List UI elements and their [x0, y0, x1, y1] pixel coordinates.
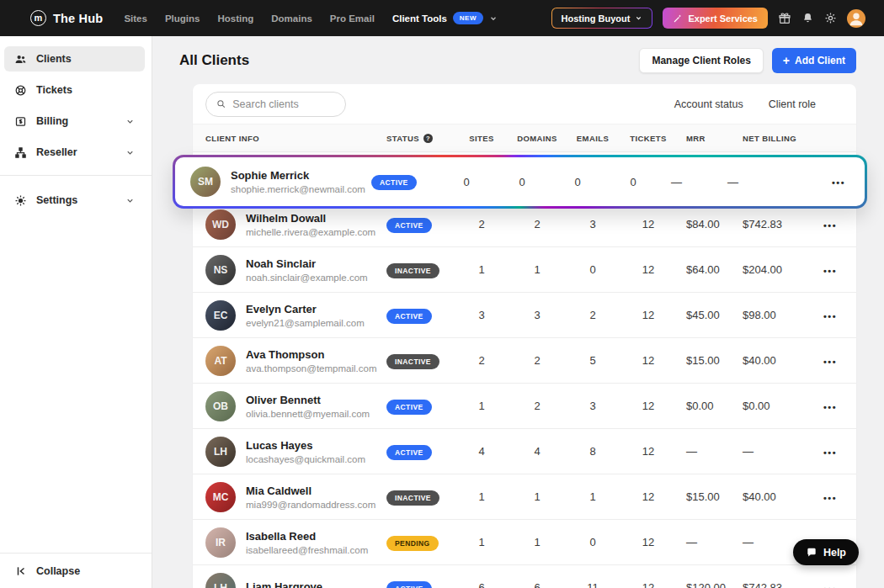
- status-badge: ACTIVE: [371, 175, 417, 190]
- table-row[interactable]: OB Oliver Bennett olivia.bennett@myemail…: [193, 384, 856, 429]
- client-name: Evelyn Carter: [246, 303, 365, 315]
- bell-icon[interactable]: [801, 12, 814, 24]
- hosting-buyout-button[interactable]: Hosting Buyout: [551, 8, 653, 29]
- user-avatar[interactable]: [847, 9, 865, 28]
- emails-count: 11: [565, 581, 620, 588]
- client-email: evelyn21@samplemail.com: [246, 318, 365, 328]
- nav-plugins[interactable]: Plugins: [165, 13, 200, 24]
- mrr-value: $84.00: [676, 218, 730, 230]
- client-avatar: MC: [205, 482, 236, 512]
- sites-count: 3: [454, 309, 509, 321]
- help-button[interactable]: Help: [793, 539, 859, 565]
- hub-logo[interactable]: m The Hub: [30, 10, 103, 26]
- table-row[interactable]: IR Isabella Reed isabellareed@freshmail.…: [193, 520, 856, 565]
- status-badge: INACTIVE: [386, 263, 439, 278]
- sidebar-item-settings[interactable]: Settings: [4, 188, 145, 213]
- table-header: CLIENT INFO STATUS ? SITES DOMAINS EMAIL…: [193, 124, 856, 152]
- net-billing-value: $742.83: [730, 218, 804, 230]
- chevron-down-icon: [125, 196, 135, 205]
- tickets-count: 12: [620, 400, 676, 412]
- collapse-icon: [15, 565, 27, 577]
- row-menu-button[interactable]: •••: [823, 448, 837, 458]
- status-badge: ACTIVE: [386, 309, 432, 324]
- chevron-down-icon: [635, 14, 642, 22]
- row-menu-button[interactable]: •••: [823, 266, 837, 276]
- column-client-info[interactable]: CLIENT INFO: [205, 134, 386, 143]
- table-row[interactable]: LH Lucas Hayes locashayes@quickmail.com …: [193, 429, 856, 474]
- net-billing-value: $98.00: [730, 309, 804, 321]
- net-billing-value: —: [715, 176, 789, 188]
- row-menu-button[interactable]: •••: [823, 402, 837, 412]
- sites-count: 1: [454, 400, 509, 412]
- tickets-count: 0: [605, 176, 661, 188]
- client-name: Mia Caldwell: [246, 485, 375, 497]
- column-emails[interactable]: EMAILS: [565, 134, 620, 143]
- sidebar-divider: [0, 175, 152, 176]
- client-avatar: LH: [205, 437, 236, 467]
- client-email: ava.thompson@tempmail.com: [246, 363, 377, 373]
- table-row-highlighted[interactable]: SM Sophie Merrick shophie.merrick@newmai…: [173, 155, 867, 209]
- header-actions: Manage Client Roles + Add Client: [639, 48, 856, 73]
- client-email: mia999@randomaddress.com: [246, 500, 375, 510]
- chevron-down-icon: [125, 148, 135, 157]
- search-input[interactable]: [232, 98, 335, 110]
- client-avatar: AT: [205, 346, 236, 376]
- table-row[interactable]: WD Wilhelm Dowall michelle.rivera@exampl…: [193, 202, 856, 247]
- column-sites[interactable]: SITES: [454, 134, 509, 143]
- column-mrr[interactable]: MRR: [676, 134, 730, 143]
- gear-icon[interactable]: [824, 12, 837, 24]
- sidebar-item-tickets[interactable]: Tickets: [4, 77, 145, 103]
- chevron-down-icon: [489, 14, 498, 23]
- nav-sites[interactable]: Sites: [124, 13, 147, 24]
- table-toolbar: Account status Client role: [193, 84, 856, 124]
- nav-domains[interactable]: Domains: [271, 13, 312, 24]
- nav-pro-email[interactable]: Pro Email: [330, 13, 375, 24]
- nav-hosting[interactable]: Hosting: [217, 13, 253, 24]
- net-billing-value: $40.00: [730, 354, 804, 367]
- search-clients-field[interactable]: [205, 92, 346, 117]
- row-menu-button[interactable]: •••: [823, 311, 837, 321]
- search-icon: [216, 98, 226, 109]
- client-avatar: WD: [205, 209, 236, 240]
- table-row[interactable]: LH Liam Hargrove ACTIVE 6 6 11 12 $120.0…: [193, 565, 856, 588]
- sidebar-item-clients[interactable]: Clients: [4, 46, 145, 72]
- mrr-value: $64.00: [676, 263, 730, 276]
- nav-client-tools[interactable]: Client Tools NEW: [392, 12, 498, 24]
- net-billing-value: $40.00: [730, 490, 804, 503]
- sidebar-item-billing[interactable]: Billing: [4, 109, 145, 134]
- status-badge: ACTIVE: [386, 218, 432, 233]
- brand-name: The Hub: [53, 12, 103, 25]
- emails-count: 0: [550, 176, 605, 188]
- client-name: Oliver Bennett: [246, 394, 370, 406]
- row-menu-button[interactable]: •••: [823, 493, 837, 503]
- expert-services-button[interactable]: Expert Services: [663, 8, 768, 29]
- domains-count: 0: [494, 176, 550, 188]
- collapse-button[interactable]: Collapse: [0, 553, 152, 588]
- emails-count: 0: [565, 263, 620, 276]
- table-row[interactable]: EC Evelyn Carter evelyn21@samplemail.com…: [193, 293, 856, 338]
- chevron-down-icon: [125, 117, 135, 126]
- manage-client-roles-button[interactable]: Manage Client Roles: [639, 48, 763, 73]
- domains-count: 4: [509, 445, 565, 458]
- sidebar-item-reseller[interactable]: Reseller: [4, 140, 145, 165]
- filter-client-role[interactable]: Client role: [769, 98, 816, 110]
- column-status[interactable]: STATUS ?: [386, 134, 454, 143]
- table-row[interactable]: AT Ava Thompson ava.thompson@tempmail.co…: [193, 338, 856, 384]
- gift-icon[interactable]: [778, 12, 791, 25]
- client-email: michelle.rivera@example.com: [246, 227, 375, 237]
- add-client-button[interactable]: + Add Client: [772, 48, 856, 73]
- table-row[interactable]: NS Noah Sinclair noah.sinclair@example.c…: [193, 247, 856, 293]
- column-domains[interactable]: DOMAINS: [509, 134, 565, 143]
- row-menu-button[interactable]: •••: [823, 220, 837, 230]
- row-menu-button[interactable]: •••: [832, 177, 845, 188]
- client-tools-label: Client Tools: [392, 13, 447, 24]
- table-row[interactable]: MC Mia Caldwell mia999@randomaddress.com…: [193, 474, 856, 520]
- sites-count: 2: [454, 354, 509, 367]
- row-menu-button[interactable]: •••: [823, 357, 837, 367]
- column-tickets[interactable]: TICKETS: [620, 134, 676, 143]
- column-net-billing[interactable]: NET BILLING: [730, 134, 804, 143]
- filter-account-status[interactable]: Account status: [674, 98, 743, 110]
- domains-count: 1: [509, 490, 565, 503]
- row-menu-button[interactable]: •••: [823, 584, 837, 588]
- status-help-icon[interactable]: ?: [423, 134, 433, 143]
